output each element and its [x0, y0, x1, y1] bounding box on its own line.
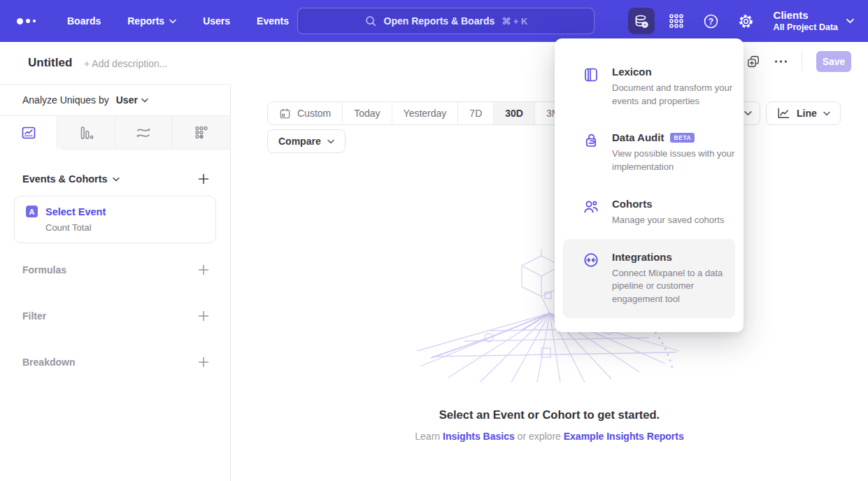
- chevron-down-icon: [141, 98, 148, 103]
- analyze-row: Analyze Uniques by User: [0, 85, 230, 116]
- empty-state-heading: Select an Event or Cohort to get started…: [439, 408, 660, 422]
- report-title[interactable]: Untitled: [28, 56, 72, 70]
- nav-right-cluster: ? Clients All Project Data: [628, 0, 854, 42]
- line-chart-tab-icon: [20, 124, 37, 141]
- filter-section: Filter: [0, 310, 230, 322]
- plus-icon: [198, 357, 209, 368]
- lexicon-book-icon: [583, 66, 599, 83]
- mixpanel-app: Boards Reports Users Events Open Reports…: [0, 0, 868, 481]
- save-button[interactable]: Save: [816, 51, 851, 72]
- more-options-button[interactable]: [774, 59, 788, 64]
- data-audit-lock-icon: [583, 132, 599, 149]
- compare-dropdown[interactable]: Compare: [267, 129, 346, 153]
- date-range-30d[interactable]: 30D: [493, 102, 534, 124]
- chevron-down-icon: [169, 19, 176, 24]
- formulas-label: Formulas: [22, 264, 66, 275]
- breakdown-label: Breakdown: [22, 357, 75, 368]
- line-chart-icon: [776, 107, 790, 120]
- cohorts-users-icon: [583, 199, 599, 215]
- help-button[interactable]: ?: [698, 8, 725, 34]
- apps-grid-button[interactable]: [663, 8, 690, 34]
- data-management-button[interactable]: [628, 8, 655, 34]
- mixpanel-logo-icon[interactable]: [17, 18, 48, 24]
- plus-icon: [198, 264, 209, 275]
- settings-button[interactable]: [733, 8, 760, 34]
- integrations-sync-icon: [583, 252, 599, 268]
- ellipsis-icon: [774, 59, 788, 64]
- report-description-field[interactable]: + Add description...: [84, 58, 167, 69]
- date-range-yesterday[interactable]: Yesterday: [392, 102, 458, 124]
- events-cohorts-header: Events & Cohorts: [0, 173, 230, 185]
- tab-line-chart[interactable]: [0, 116, 57, 150]
- nav-item-boards[interactable]: Boards: [67, 15, 101, 27]
- project-selector[interactable]: Clients All Project Data: [774, 9, 854, 33]
- events-cohorts-toggle[interactable]: Events & Cohorts: [22, 173, 120, 185]
- date-range-7d[interactable]: 7D: [457, 102, 493, 124]
- add-formula-button[interactable]: [198, 264, 209, 275]
- bar-chart-tab-icon: [78, 124, 94, 141]
- menu-item-integrations[interactable]: Integrations Connect Mixpanel to a data …: [563, 239, 735, 318]
- top-navbar: Boards Reports Users Events Open Reports…: [0, 0, 868, 42]
- nav-item-users[interactable]: Users: [203, 15, 230, 27]
- project-scope: All Project Data: [774, 22, 838, 34]
- menu-item-data-audit[interactable]: Data Audit BETA View possible issues wit…: [563, 120, 735, 185]
- plus-icon: [198, 173, 209, 185]
- search-input[interactable]: Open Reports & Boards ⌘ + K: [297, 8, 595, 34]
- plus-icon: [198, 310, 209, 322]
- count-type-selector[interactable]: Count Total: [45, 222, 204, 233]
- header-divider: [802, 52, 802, 71]
- event-row-card[interactable]: A Select Event Count Total: [14, 196, 216, 243]
- menu-item-lexicon[interactable]: Lexicon Document and transform your even…: [563, 54, 735, 120]
- search-icon: [364, 15, 377, 27]
- chevron-down-icon: [113, 177, 120, 182]
- date-range-today[interactable]: Today: [342, 102, 391, 124]
- nav-item-events[interactable]: Events: [257, 15, 289, 27]
- analyze-entity-dropdown[interactable]: User: [116, 94, 148, 106]
- tab-metric[interactable]: [173, 116, 230, 150]
- chevron-down-icon: [846, 18, 854, 24]
- chart-type-tabs: [0, 116, 230, 150]
- formulas-section: Formulas: [0, 264, 230, 275]
- search-placeholder: Open Reports & Boards: [384, 15, 495, 27]
- header-actions: Save: [746, 51, 851, 72]
- metric-tab-icon: [193, 124, 210, 141]
- search-shortcut: ⌘ + K: [501, 16, 527, 27]
- database-gear-icon: [633, 13, 649, 29]
- add-filter-button[interactable]: [198, 310, 209, 322]
- select-event-button[interactable]: Select Event: [45, 206, 106, 217]
- series-badge: A: [26, 206, 38, 217]
- main-nav: Boards Reports Users Events: [67, 15, 289, 27]
- svg-text:?: ?: [709, 16, 713, 26]
- example-reports-link[interactable]: Example Insights Reports: [564, 431, 684, 442]
- empty-state-links: Learn Insights Basics or explore Example…: [415, 431, 683, 442]
- tab-flow-chart[interactable]: [115, 116, 173, 150]
- chevron-down-icon: [744, 110, 752, 116]
- flow-tab-icon: [135, 124, 152, 141]
- nav-item-reports[interactable]: Reports: [127, 15, 176, 27]
- calendar-icon: [279, 108, 291, 120]
- analyze-label: Analyze Uniques by: [22, 94, 109, 106]
- grid-dots-icon: [668, 13, 685, 29]
- beta-badge: BETA: [670, 133, 695, 143]
- tab-bar-chart[interactable]: [57, 116, 115, 150]
- duplicate-icon: [746, 55, 760, 69]
- project-name: Clients: [774, 9, 838, 22]
- chevron-down-icon: [327, 139, 334, 144]
- help-icon: ?: [703, 13, 719, 29]
- data-management-popover: Lexicon Document and transform your even…: [555, 38, 744, 332]
- chart-type-dropdown[interactable]: Line: [766, 101, 841, 125]
- menu-item-cohorts[interactable]: Cohorts Manage your saved cohorts: [563, 186, 735, 239]
- query-builder-sidebar: Analyze Uniques by User: [0, 84, 231, 481]
- chevron-down-icon: [823, 111, 830, 116]
- insights-basics-link[interactable]: Insights Basics: [443, 431, 515, 442]
- add-event-button[interactable]: [198, 173, 209, 185]
- gear-icon: [738, 13, 754, 29]
- date-range-custom[interactable]: Custom: [268, 102, 342, 124]
- add-breakdown-button[interactable]: [198, 357, 209, 368]
- breakdown-section: Breakdown: [0, 357, 230, 368]
- duplicate-button[interactable]: [746, 55, 760, 69]
- filter-label: Filter: [22, 310, 46, 322]
- empty-state: Select an Event or Cohort to get started…: [231, 246, 868, 442]
